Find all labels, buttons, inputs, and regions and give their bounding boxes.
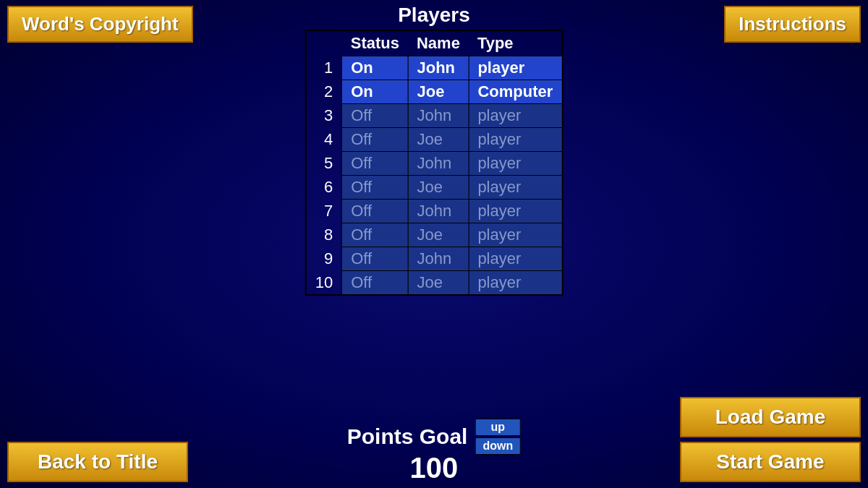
- row-number: 7: [306, 200, 342, 223]
- table-row[interactable]: 4OffJoeplayer: [306, 128, 563, 152]
- row-name[interactable]: John: [408, 152, 469, 176]
- row-name[interactable]: John: [408, 56, 469, 80]
- up-button[interactable]: up: [475, 419, 521, 436]
- bottom-right-area: Load Game Start Game: [680, 397, 861, 482]
- row-type[interactable]: Computer: [469, 80, 562, 104]
- row-number: 1: [306, 56, 342, 80]
- load-game-button[interactable]: Load Game: [680, 397, 861, 437]
- table-row[interactable]: 2OnJoeComputer: [306, 80, 563, 104]
- table-row[interactable]: 7OffJohnplayer: [306, 200, 563, 223]
- copyright-button[interactable]: Word's Copyright: [7, 6, 193, 43]
- row-type[interactable]: player: [469, 152, 562, 176]
- points-value: 100: [410, 452, 459, 484]
- col-number-header: [306, 30, 342, 56]
- row-number: 4: [306, 128, 342, 152]
- players-title: Players: [398, 4, 470, 27]
- row-number: 2: [306, 80, 342, 104]
- row-status[interactable]: Off: [342, 271, 408, 296]
- players-table: Status Name Type 1OnJohnplayer2OnJoeComp…: [305, 30, 563, 296]
- bottom-left-area: Back to Title: [7, 442, 188, 482]
- table-row[interactable]: 3OffJohnplayer: [306, 104, 563, 128]
- row-type[interactable]: player: [469, 223, 562, 247]
- row-status[interactable]: Off: [342, 104, 408, 128]
- row-name[interactable]: Joe: [408, 223, 469, 247]
- row-type[interactable]: player: [469, 200, 562, 223]
- row-type[interactable]: player: [469, 247, 562, 271]
- up-down-controls: up down: [475, 419, 521, 455]
- row-number: 9: [306, 247, 342, 271]
- instructions-button[interactable]: Instructions: [724, 6, 861, 43]
- row-number: 10: [306, 271, 342, 296]
- row-name[interactable]: Joe: [408, 80, 469, 104]
- row-number: 6: [306, 176, 342, 200]
- row-number: 8: [306, 223, 342, 247]
- row-name[interactable]: John: [408, 247, 469, 271]
- table-row[interactable]: 1OnJohnplayer: [306, 56, 563, 80]
- table-row[interactable]: 10OffJoeplayer: [306, 271, 563, 296]
- back-to-title-button[interactable]: Back to Title: [7, 442, 188, 482]
- row-type[interactable]: player: [469, 176, 562, 200]
- table-row[interactable]: 8OffJoeplayer: [306, 223, 563, 247]
- col-status-header: Status: [342, 30, 408, 56]
- row-status[interactable]: On: [342, 80, 408, 104]
- row-status[interactable]: Off: [342, 247, 408, 271]
- table-row[interactable]: 9OffJohnplayer: [306, 247, 563, 271]
- row-number: 5: [306, 152, 342, 176]
- row-status[interactable]: Off: [342, 223, 408, 247]
- points-goal-section: Points Goal up down 100: [347, 419, 521, 484]
- points-goal-label: Points Goal: [347, 424, 468, 449]
- row-type[interactable]: player: [469, 128, 562, 152]
- row-type[interactable]: player: [469, 104, 562, 128]
- down-button[interactable]: down: [475, 437, 521, 455]
- row-status[interactable]: Off: [342, 200, 408, 223]
- table-row[interactable]: 6OffJoeplayer: [306, 176, 563, 200]
- row-type[interactable]: player: [469, 271, 562, 296]
- col-type-header: Type: [469, 30, 562, 56]
- row-number: 3: [306, 104, 342, 128]
- players-section: Players Status Name Type 1OnJohnplayer2O…: [305, 4, 563, 296]
- col-name-header: Name: [408, 30, 469, 56]
- row-status[interactable]: On: [342, 56, 408, 80]
- row-type[interactable]: player: [469, 56, 562, 80]
- row-status[interactable]: Off: [342, 128, 408, 152]
- table-row[interactable]: 5OffJohnplayer: [306, 152, 563, 176]
- row-name[interactable]: John: [408, 104, 469, 128]
- start-game-button[interactable]: Start Game: [680, 442, 861, 482]
- row-name[interactable]: Joe: [408, 128, 469, 152]
- row-name[interactable]: John: [408, 200, 469, 223]
- row-name[interactable]: Joe: [408, 271, 469, 296]
- row-status[interactable]: Off: [342, 176, 408, 200]
- row-name[interactable]: Joe: [408, 176, 469, 200]
- row-status[interactable]: Off: [342, 152, 408, 176]
